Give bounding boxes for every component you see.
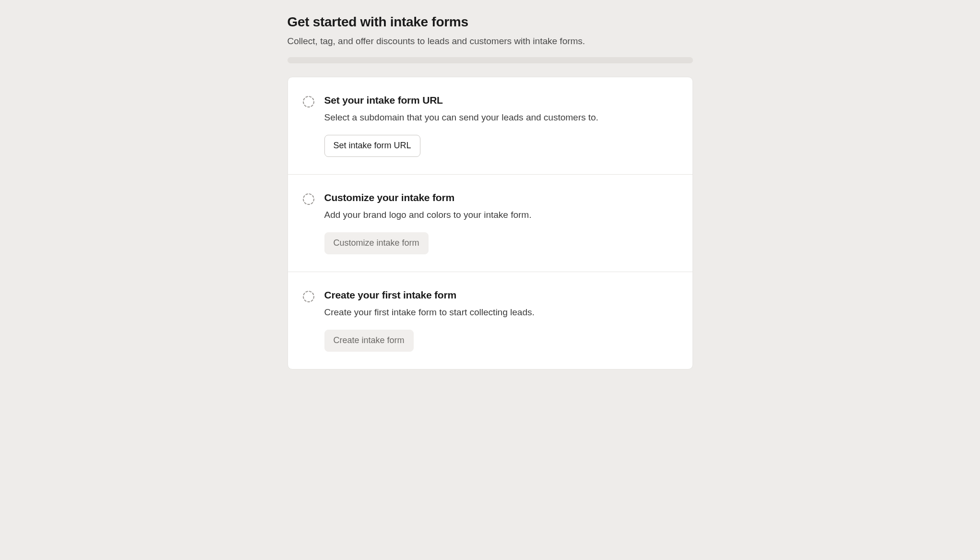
svg-point-2: [303, 291, 314, 302]
page-header: Get started with intake forms Collect, t…: [287, 14, 693, 48]
incomplete-circle-icon: [302, 290, 315, 303]
incomplete-circle-icon: [302, 193, 315, 205]
customize-intake-form-button[interactable]: Customize intake form: [324, 232, 429, 254]
svg-point-1: [303, 194, 314, 204]
page-subtitle: Collect, tag, and offer discounts to lea…: [287, 35, 693, 48]
step-description: Select a subdomain that you can send you…: [324, 111, 678, 125]
step-create: Create your first intake form Create you…: [288, 272, 693, 369]
page-title: Get started with intake forms: [287, 14, 693, 30]
create-intake-form-button[interactable]: Create intake form: [324, 330, 414, 352]
incomplete-circle-icon: [302, 95, 315, 108]
step-description: Create your first intake form to start c…: [324, 306, 678, 320]
step-description: Add your brand logo and colors to your i…: [324, 208, 678, 222]
svg-point-0: [303, 96, 314, 107]
step-set-url: Set your intake form URL Select a subdom…: [288, 77, 693, 175]
steps-card: Set your intake form URL Select a subdom…: [287, 77, 693, 369]
progress-bar: [287, 57, 693, 63]
step-title: Set your intake form URL: [324, 95, 678, 106]
step-customize: Customize your intake form Add your bran…: [288, 175, 693, 272]
set-intake-url-button[interactable]: Set intake form URL: [324, 135, 420, 157]
step-title: Create your first intake form: [324, 289, 678, 301]
step-title: Customize your intake form: [324, 192, 678, 203]
